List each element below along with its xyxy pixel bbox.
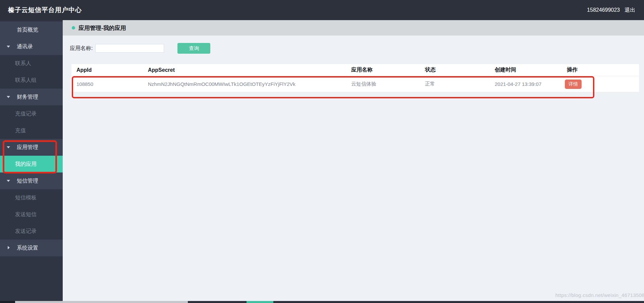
table-header-row: AppIdAppSecret应用名称状态创建时间操作	[71, 64, 639, 76]
sidebar-item-联系人[interactable]: 联系人	[0, 55, 63, 72]
scrollbar-teal-segment	[247, 301, 273, 303]
sidebar-item-label: 联系人组	[15, 77, 37, 83]
sidebar-item-财务管理[interactable]: 财务管理	[0, 89, 63, 105]
sidebar-item-我的应用[interactable]: 我的应用	[0, 156, 63, 172]
table-cell: 云短信体验	[351, 81, 425, 87]
sidebar-item-label: 发送短信	[15, 211, 37, 217]
column-header: 创建时间	[495, 66, 567, 73]
table-cell: 108850	[76, 81, 148, 87]
sidebar-item-通讯录[interactable]: 通讯录	[0, 38, 63, 55]
action-cell: 详情	[567, 80, 639, 89]
sidebar-item-发送短信[interactable]: 发送短信	[0, 206, 63, 223]
sidebar-item-label: 联系人	[15, 60, 31, 66]
chevron-down-icon	[7, 180, 10, 184]
scrollbar-thumb[interactable]	[15, 301, 188, 303]
app-name-input[interactable]	[95, 44, 164, 53]
horizontal-scrollbar[interactable]	[0, 301, 644, 303]
account-phone: 15824699023	[587, 7, 620, 13]
sidebar-item-label: 首页概览	[17, 27, 38, 33]
chevron-right-icon	[8, 246, 11, 249]
table-cell: 正常	[425, 81, 495, 87]
scrollbar-corner	[0, 301, 15, 303]
sidebar-item-充值[interactable]: 充值	[0, 122, 63, 139]
sidebar-item-应用管理[interactable]: 应用管理	[0, 139, 63, 156]
chevron-down-icon	[7, 96, 10, 100]
main-content: 应用管理-我的应用 应用名称: 查询 AppIdAppSecret应用名称状态创…	[63, 20, 644, 303]
sidebar-item-label: 发送记录	[15, 228, 37, 234]
sidebar-item-label: 应用管理	[17, 144, 38, 150]
column-header: AppId	[76, 67, 148, 73]
sidebar-item-label: 财务管理	[17, 94, 38, 100]
sidebar-item-label: 充值	[15, 128, 26, 133]
breadcrumb-dot-icon	[72, 26, 75, 30]
chevron-down-icon	[7, 46, 10, 49]
app-name-label: 应用名称:	[70, 45, 93, 52]
page-title: 应用管理-我的应用	[78, 24, 126, 32]
detail-button[interactable]: 详情	[565, 80, 582, 89]
sidebar-item-label: 短信管理	[17, 178, 38, 184]
chevron-down-icon	[7, 146, 10, 150]
search-bar: 应用名称: 查询	[70, 43, 210, 54]
table-cell: NzhmN2JhNGQtNmRmOC00MWIwLTk1OGEtOTEyYzFi…	[148, 81, 351, 87]
sidebar-item-联系人组[interactable]: 联系人组	[0, 72, 63, 89]
sidebar-item-系统设置[interactable]: 系统设置	[0, 240, 63, 256]
column-header: 操作	[567, 66, 639, 73]
table-row: 108850NzhmN2JhNGQtNmRmOC00MWIwLTk1OGEtOT…	[71, 76, 639, 92]
sidebar-item-label: 系统设置	[17, 245, 38, 251]
table-body: 108850NzhmN2JhNGQtNmRmOC00MWIwLTk1OGEtOT…	[71, 76, 639, 92]
sidebar-item-发送记录[interactable]: 发送记录	[0, 223, 63, 240]
column-header: AppSecret	[148, 67, 351, 73]
sidebar-item-label: 我的应用	[15, 161, 37, 167]
breadcrumb: 应用管理-我的应用	[63, 20, 644, 36]
query-button[interactable]: 查询	[177, 43, 210, 54]
top-bar: 榛子云短信平台用户中心 15824699023 退出	[0, 0, 644, 20]
sidebar-item-label: 通讯录	[17, 44, 33, 49]
table-cell: 2021-04-27 13:39:07	[495, 81, 567, 87]
applications-table: AppIdAppSecret应用名称状态创建时间操作 108850NzhmN2J…	[71, 64, 639, 92]
sidebar-item-短信模板[interactable]: 短信模板	[0, 189, 63, 206]
sidebar-item-充值记录[interactable]: 充值记录	[0, 105, 63, 122]
app-title: 榛子云短信平台用户中心	[0, 6, 82, 14]
sidebar-item-label: 短信模板	[15, 195, 37, 200]
column-header: 应用名称	[351, 66, 425, 73]
sidebar-menu: 首页概览通讯录联系人联系人组财务管理充值记录充值应用管理我的应用短信管理短信模板…	[0, 20, 63, 303]
sidebar-item-首页概览[interactable]: 首页概览	[0, 21, 63, 38]
sidebar-item-label: 充值记录	[15, 111, 37, 116]
column-header: 状态	[425, 66, 495, 73]
logout-button[interactable]: 退出	[625, 7, 635, 14]
sidebar-item-短信管理[interactable]: 短信管理	[0, 172, 63, 189]
